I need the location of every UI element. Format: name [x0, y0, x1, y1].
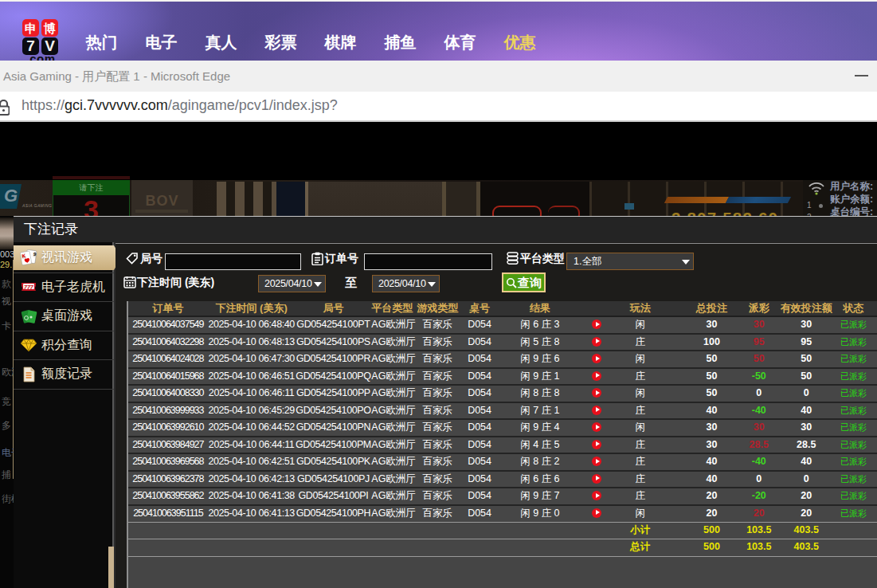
- svg-text:777: 777: [24, 284, 34, 290]
